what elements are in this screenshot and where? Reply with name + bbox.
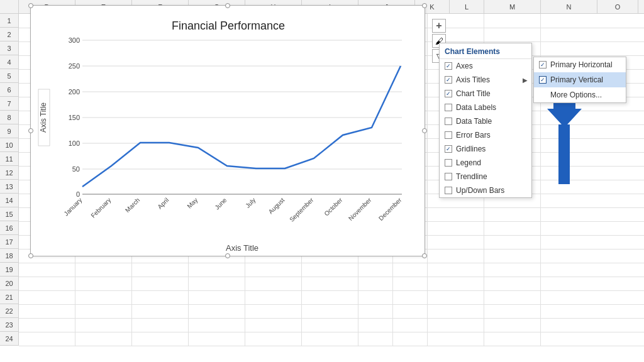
panel-item-axes[interactable]: Axes: [440, 59, 531, 73]
row-3: 3: [0, 41, 19, 55]
panel-item-data-table[interactable]: Data Table: [440, 114, 531, 128]
trendline-checkbox[interactable]: [445, 173, 452, 180]
x-label-sep: September: [288, 196, 315, 223]
error-bars-checkbox[interactable]: [445, 131, 452, 139]
y-label-200: 200: [69, 88, 80, 96]
panel-item-error-bars[interactable]: Error Bars: [440, 128, 531, 142]
row-8: 8: [0, 111, 19, 124]
chart-title-text: Financial Performance: [172, 19, 285, 32]
primary-vertical-label: Primary Vertical: [550, 75, 603, 84]
handle-bottom-left[interactable]: [28, 253, 33, 258]
col-header-o: O: [597, 0, 638, 13]
row-9: 9: [0, 124, 19, 138]
row-20: 20: [0, 277, 19, 290]
row-22: 22: [0, 304, 19, 318]
panel-item-data-labels[interactable]: Data Labels: [440, 101, 531, 114]
spreadsheet: D E F G H I J K L M N O 1 2 3 4 5 6 7 8 …: [0, 0, 644, 362]
row-16: 16: [0, 221, 19, 235]
x-label-apr: April: [156, 197, 170, 211]
chart-container[interactable]: Financial Performance 300 250 200 150 10…: [30, 5, 425, 256]
axis-titles-arrow: ▶: [523, 77, 528, 84]
x-axis-labels: January February March April May June Ju…: [62, 196, 402, 223]
x-label-oct: October: [323, 196, 343, 217]
handle-top-left[interactable]: [28, 3, 33, 8]
panel-item-legend[interactable]: Legend: [440, 156, 531, 170]
gridlines-checkbox[interactable]: [445, 145, 452, 153]
primary-vertical-checkbox[interactable]: [539, 76, 547, 84]
row-21: 21: [0, 290, 19, 304]
svg-rect-2: [558, 124, 570, 184]
panel-item-trendline[interactable]: Trendline: [440, 170, 531, 184]
primary-horizontal-label: Primary Horizontal: [550, 60, 613, 69]
axes-label: Axes: [456, 62, 473, 70]
row-18: 18: [0, 249, 19, 263]
handle-top-right[interactable]: [422, 3, 427, 8]
primary-horizontal-checkbox[interactable]: [539, 61, 547, 69]
data-table-checkbox[interactable]: [445, 118, 452, 125]
row-headers: 1 2 3 4 5 6 7 8 9 10 11 12 13 14 15 16 1…: [0, 14, 19, 346]
x-label-mar: March: [124, 197, 141, 214]
line-chart-series: [82, 66, 401, 187]
col-header-m: M: [484, 0, 541, 13]
y-label-300: 300: [69, 36, 80, 44]
chart-svg: Financial Performance 300 250 200 150 10…: [31, 6, 426, 257]
col-header-l: L: [450, 0, 484, 13]
axis-titles-label: Axis Titles: [456, 75, 490, 84]
updown-bars-checkbox[interactable]: [445, 187, 452, 194]
handle-bottom-mid[interactable]: [225, 253, 230, 258]
axis-titles-checkbox[interactable]: [445, 76, 452, 84]
y-label-100: 100: [69, 140, 80, 147]
panel-item-updown-bars[interactable]: Up/Down Bars: [440, 184, 531, 197]
chart-title-label: Chart Title: [456, 89, 491, 98]
handle-mid-right[interactable]: [422, 128, 427, 133]
chart-title-checkbox[interactable]: [445, 90, 452, 97]
row-10: 10: [0, 138, 19, 152]
chart-elements-panel: Chart Elements Axes Axis Titles ▶ Chart …: [439, 43, 532, 198]
handle-bottom-right[interactable]: [422, 253, 427, 258]
panel-item-chart-title[interactable]: Chart Title: [440, 87, 531, 101]
legend-label: Legend: [456, 158, 481, 167]
axes-checkbox[interactable]: [445, 62, 452, 70]
sub-item-primary-vertical[interactable]: Primary Vertical: [534, 72, 626, 87]
error-bars-label: Error Bars: [456, 131, 491, 140]
x-label-dec: December: [377, 196, 403, 222]
x-axis-title-text: Axis Title: [226, 243, 258, 253]
row-6: 6: [0, 83, 19, 97]
row-19: 19: [0, 263, 19, 277]
row-12: 12: [0, 166, 19, 180]
row-4: 4: [0, 55, 19, 69]
handle-mid-left[interactable]: [28, 128, 33, 133]
legend-checkbox[interactable]: [445, 159, 452, 167]
data-labels-label: Data Labels: [456, 103, 496, 112]
panel-header: Chart Elements: [440, 43, 531, 59]
data-table-label: Data Table: [456, 117, 492, 126]
chart-elements-button[interactable]: +: [432, 19, 446, 33]
y-label-250: 250: [69, 62, 80, 70]
x-label-jan: January: [62, 197, 83, 217]
row-11: 11: [0, 152, 19, 166]
y-axis-title-text: Axis Title: [39, 102, 48, 133]
row-1: 1: [0, 14, 19, 28]
row-13: 13: [0, 180, 19, 194]
x-label-jun: June: [213, 196, 228, 211]
y-label-50: 50: [72, 165, 80, 173]
panel-item-gridlines[interactable]: Gridlines: [440, 142, 531, 156]
row-24: 24: [0, 332, 19, 346]
x-label-may: May: [186, 197, 199, 210]
y-axis-title-group: Axis Title: [38, 89, 50, 146]
sub-item-primary-horizontal[interactable]: Primary Horizontal: [534, 57, 626, 72]
row-17: 17: [0, 235, 19, 249]
x-label-feb: February: [89, 197, 112, 219]
data-labels-checkbox[interactable]: [445, 104, 452, 111]
row-2: 2: [0, 28, 19, 41]
gridlines-label: Gridlines: [456, 145, 486, 153]
row-15: 15: [0, 207, 19, 221]
more-options-item[interactable]: More Options...: [534, 87, 626, 102]
panel-item-axis-titles[interactable]: Axis Titles ▶: [440, 73, 531, 87]
x-label-jul: July: [244, 197, 257, 209]
x-label-nov: November: [347, 196, 373, 222]
trendline-label: Trendline: [456, 172, 487, 181]
row-23: 23: [0, 318, 19, 332]
x-label-aug: August: [267, 196, 286, 215]
handle-top-mid[interactable]: [225, 3, 230, 8]
